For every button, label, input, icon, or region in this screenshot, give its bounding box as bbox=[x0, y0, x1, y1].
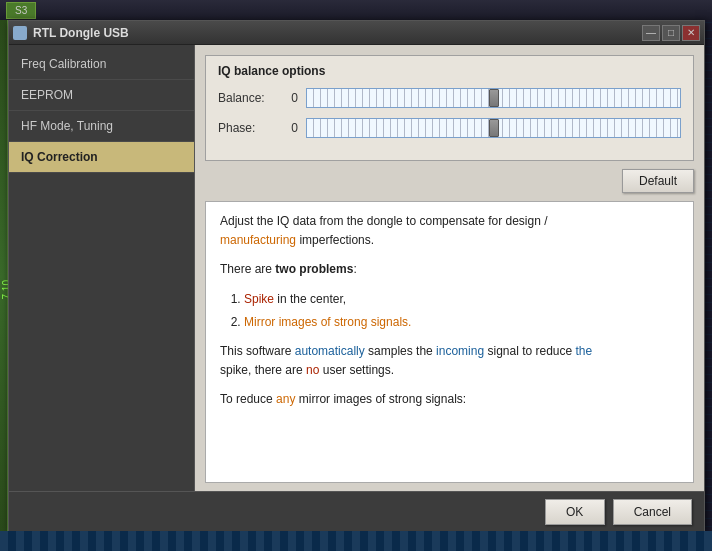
top-tab[interactable]: S3 bbox=[6, 2, 36, 19]
window-icon bbox=[13, 26, 27, 40]
minimize-button[interactable]: — bbox=[642, 25, 660, 41]
phase-value: 0 bbox=[278, 121, 298, 135]
balance-label: Balance: bbox=[218, 91, 278, 105]
close-button[interactable]: ✕ bbox=[682, 25, 700, 41]
sidebar-item-eeprom[interactable]: EEPROM bbox=[9, 80, 194, 111]
desc-blue-automatically: automatically bbox=[295, 344, 365, 358]
desc-text-user-settings: user settings. bbox=[319, 363, 394, 377]
maximize-button[interactable]: □ bbox=[662, 25, 680, 41]
desc-text-signal-reduce: signal to reduce bbox=[484, 344, 575, 358]
description-list: Spike in the center, Mirror images of st… bbox=[244, 290, 679, 332]
iq-options-box: IQ balance options Balance: 0 Phase: 0 bbox=[205, 55, 694, 161]
desc-text-imperfections: imperfections. bbox=[296, 233, 374, 247]
bottom-bar bbox=[0, 531, 712, 551]
content-area: Freq Calibration EEPROM HF Mode, Tuning … bbox=[9, 45, 704, 491]
default-button[interactable]: Default bbox=[622, 169, 694, 193]
top-taskbar: S3 bbox=[0, 0, 712, 20]
iq-options-title: IQ balance options bbox=[218, 64, 681, 78]
title-bar-left: RTL Dongle USB bbox=[13, 26, 129, 40]
desc-orange-any: any bbox=[276, 392, 295, 406]
balance-slider-thumb[interactable] bbox=[489, 89, 499, 107]
desc-orange-manufacturing: manufacturing bbox=[220, 233, 296, 247]
right-panel: IQ balance options Balance: 0 Phase: 0 bbox=[195, 45, 704, 491]
description-para-3: This software automatically samples the … bbox=[220, 342, 679, 380]
description-para-4: To reduce any mirror images of strong si… bbox=[220, 390, 679, 409]
desc-text-problems: There are two problems: bbox=[220, 262, 357, 276]
description-para-1: Adjust the IQ data from the dongle to co… bbox=[220, 212, 679, 250]
left-indicator: 7.10 bbox=[0, 20, 8, 532]
phase-label: Phase: bbox=[218, 121, 278, 135]
balance-value: 0 bbox=[278, 91, 298, 105]
desc-text-to-reduce: To reduce bbox=[220, 392, 276, 406]
default-button-row: Default bbox=[195, 169, 704, 201]
desc-text-samples: samples the bbox=[365, 344, 436, 358]
title-bar-controls: — □ ✕ bbox=[642, 25, 700, 41]
list-item-1: Spike in the center, bbox=[244, 290, 679, 309]
desc-text-center: in the center, bbox=[274, 292, 346, 306]
desc-text-spike-no: spike, there are bbox=[220, 363, 306, 377]
balance-slider-track[interactable] bbox=[306, 88, 681, 108]
footer: OK Cancel bbox=[9, 491, 704, 531]
desc-text-1: Adjust the IQ data from the dongle to co… bbox=[220, 214, 548, 228]
desc-orange-mirror: Mirror images of strong signals. bbox=[244, 315, 411, 329]
window-title: RTL Dongle USB bbox=[33, 26, 129, 40]
desc-red-no: no bbox=[306, 363, 319, 377]
list-item-2: Mirror images of strong signals. bbox=[244, 313, 679, 332]
sidebar-item-hf-mode[interactable]: HF Mode, Tuning bbox=[9, 111, 194, 142]
description-area: Adjust the IQ data from the dongle to co… bbox=[205, 201, 694, 483]
cancel-button[interactable]: Cancel bbox=[613, 499, 692, 525]
ok-button[interactable]: OK bbox=[545, 499, 605, 525]
title-bar: RTL Dongle USB — □ ✕ bbox=[9, 21, 704, 45]
phase-row: Phase: 0 bbox=[218, 118, 681, 138]
description-para-2: There are two problems: bbox=[220, 260, 679, 279]
sidebar-item-iq-correction[interactable]: IQ Correction bbox=[9, 142, 194, 173]
sidebar: Freq Calibration EEPROM HF Mode, Tuning … bbox=[9, 45, 195, 491]
phase-slider-thumb[interactable] bbox=[489, 119, 499, 137]
desc-red-spike: Spike bbox=[244, 292, 274, 306]
sidebar-item-freq-calibration[interactable]: Freq Calibration bbox=[9, 49, 194, 80]
desc-blue-incoming: incoming bbox=[436, 344, 484, 358]
desc-text-mirror-images: mirror images of strong signals: bbox=[295, 392, 466, 406]
balance-row: Balance: 0 bbox=[218, 88, 681, 108]
phase-slider-track[interactable] bbox=[306, 118, 681, 138]
main-window: RTL Dongle USB — □ ✕ Freq Calibration EE… bbox=[8, 20, 705, 532]
desc-blue-the: the bbox=[576, 344, 593, 358]
desc-text-this-software: This software bbox=[220, 344, 295, 358]
